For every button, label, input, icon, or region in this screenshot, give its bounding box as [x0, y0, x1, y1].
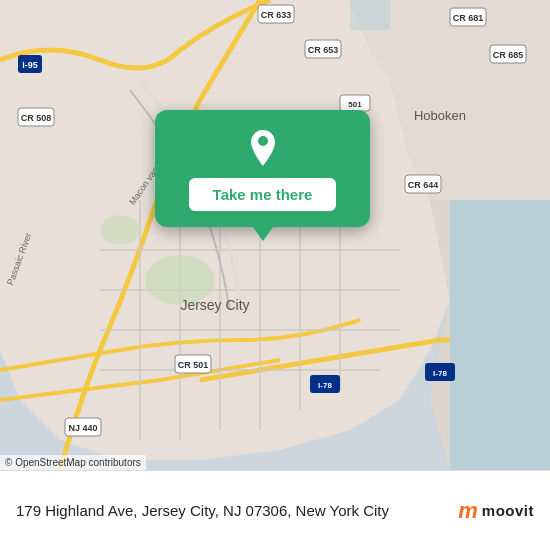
svg-text:Jersey City: Jersey City	[180, 297, 249, 313]
svg-text:I-78: I-78	[433, 369, 447, 378]
svg-text:I-78: I-78	[318, 381, 332, 390]
moovit-logo: m moovit	[458, 498, 534, 524]
svg-text:CR 508: CR 508	[21, 113, 52, 123]
svg-text:CR 644: CR 644	[408, 180, 439, 190]
svg-text:CR 653: CR 653	[308, 45, 339, 55]
svg-text:CR 633: CR 633	[261, 10, 292, 20]
svg-point-15	[100, 215, 140, 245]
address-text: 179 Highland Ave, Jersey City, NJ 07306,…	[16, 500, 446, 521]
moovit-m-letter: m	[458, 498, 478, 524]
svg-rect-17	[350, 0, 390, 30]
take-me-there-button[interactable]: Take me there	[189, 178, 337, 211]
map-pin-icon	[243, 128, 283, 168]
svg-text:NJ 440: NJ 440	[68, 423, 97, 433]
svg-text:I-95: I-95	[22, 60, 38, 70]
svg-text:CR 501: CR 501	[178, 360, 209, 370]
location-popup: Take me there	[155, 110, 370, 227]
map-attribution: © OpenStreetMap contributors	[0, 455, 146, 470]
moovit-brand-name: moovit	[482, 502, 534, 519]
svg-text:Hoboken: Hoboken	[414, 108, 466, 123]
svg-text:CR 685: CR 685	[493, 50, 524, 60]
bottom-bar: 179 Highland Ave, Jersey City, NJ 07306,…	[0, 470, 550, 550]
svg-text:CR 681: CR 681	[453, 13, 484, 23]
svg-text:501: 501	[348, 100, 362, 109]
svg-rect-16	[450, 200, 550, 470]
map-view: CR 633 CR 681 CR 653 CR 685 CR 508 I-95 …	[0, 0, 550, 470]
